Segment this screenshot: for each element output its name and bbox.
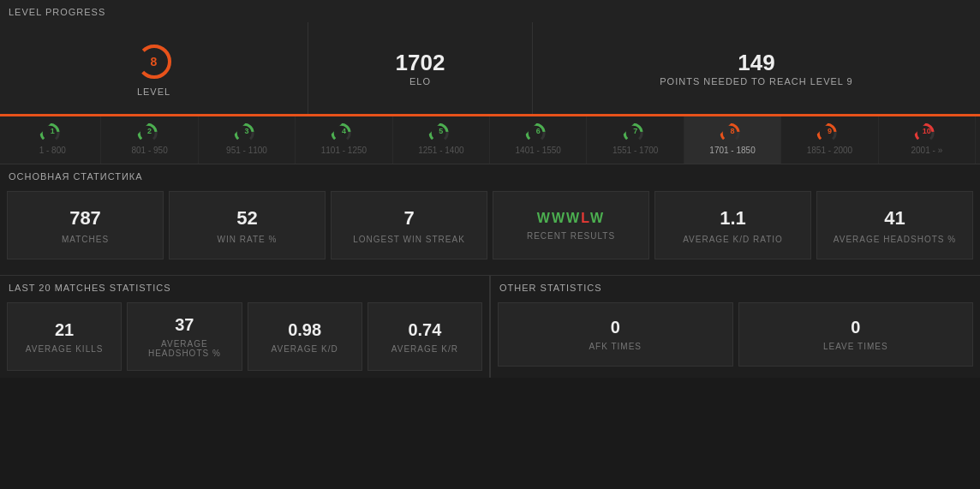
stat-label-1: WIN RATE % xyxy=(218,235,278,244)
recent-results-label: RECENT RESULTS xyxy=(527,231,615,241)
stat-label-4: AVERAGE K/D RATIO xyxy=(683,235,783,244)
other-label-0: AFK TIMES xyxy=(589,342,642,351)
other-stats-section: OTHER STATISTICS 0 AFK TIMES 0 LEAVE TIM… xyxy=(491,276,980,378)
bottom-section: LAST 20 MATCHES STATISTICS 21 AVERAGE KI… xyxy=(0,276,980,378)
level-indicator-10[interactable]: 10 2001 - » xyxy=(879,116,976,164)
level-number: 8 xyxy=(151,55,158,69)
last20-label-2: AVERAGE K/D xyxy=(272,344,338,354)
stat-value-0: 787 xyxy=(69,207,101,230)
level-indicator-5[interactable]: 5 1251 - 1400 xyxy=(393,116,490,164)
level-top-row: 8 LEVEL 1702 ELO 149 POINTS NEEDED TO RE… xyxy=(0,22,980,116)
last20-value-0: 21 xyxy=(55,320,74,340)
other-label-1: LEAVE TIMES xyxy=(823,342,888,351)
other-stats-title: OTHER STATISTICS xyxy=(491,276,980,298)
elo-label: ELO xyxy=(409,76,431,86)
other-value-0: 0 xyxy=(611,318,620,337)
level-indicator-2[interactable]: 2 801 - 950 xyxy=(101,116,198,164)
points-label: POINTS NEEDED TO REACH LEVEL 9 xyxy=(660,76,852,86)
main-stat-card-2: 7 LONGEST WIN STREAK xyxy=(331,191,487,259)
level-gauge: 8 xyxy=(133,40,176,83)
last20-title: LAST 20 MATCHES STATISTICS xyxy=(0,276,489,298)
last20-label-3: AVERAGE K/R xyxy=(391,344,458,354)
level-indicator-4[interactable]: 4 1101 - 1250 xyxy=(296,116,392,164)
level-progress-title: LEVEL PROGRESS xyxy=(0,0,980,22)
other-stat-card-1: 0 LEAVE TIMES xyxy=(738,302,974,367)
level-indicator-8[interactable]: 8 1701 - 1850 xyxy=(684,116,781,164)
main-stat-card-0: 787 MATCHES xyxy=(7,191,164,259)
last20-label-1: AVERAGE HEADSHOTS % xyxy=(136,339,232,358)
level-indicators-row: 1 1 - 800 2 801 - 950 3 951 - 1100 xyxy=(0,116,980,164)
last20-stat-card-0: 21 AVERAGE KILLS xyxy=(7,302,122,371)
elo-value: 1702 xyxy=(396,50,445,76)
level-indicator-1[interactable]: 1 1 - 800 xyxy=(4,116,101,164)
level-progress-section: LEVEL PROGRESS 8 LEVEL 1702 ELO 149 POIN… xyxy=(0,0,980,164)
last20-value-1: 37 xyxy=(175,315,194,335)
main-stats-section: ОСНОВНАЯ СТАТИСТИКА 787 MATCHES 52 WIN R… xyxy=(0,164,980,276)
stat-value-4: 1.1 xyxy=(720,207,746,230)
last20-value-3: 0.74 xyxy=(408,320,441,340)
level-box: 8 LEVEL xyxy=(0,22,308,114)
main-stats-title: ОСНОВНАЯ СТАТИСТИКА xyxy=(0,164,980,187)
last20-stats-grid: 21 AVERAGE KILLS 37 AVERAGE HEADSHOTS % … xyxy=(0,298,489,378)
points-value: 149 xyxy=(738,50,774,76)
main-stats-grid: 787 MATCHES 52 WIN RATE % 7 LONGEST WIN … xyxy=(0,187,980,266)
main-stat-card-5: 41 AVERAGE HEADSHOTS % xyxy=(816,191,973,259)
last20-stat-card-1: 37 AVERAGE HEADSHOTS % xyxy=(127,302,242,371)
points-needed-box: 149 POINTS NEEDED TO REACH LEVEL 9 xyxy=(533,22,980,114)
other-value-1: 0 xyxy=(851,318,860,337)
last20-value-2: 0.98 xyxy=(288,320,321,340)
other-stats-grid: 0 AFK TIMES 0 LEAVE TIMES xyxy=(491,298,980,373)
stat-label-0: MATCHES xyxy=(62,235,109,244)
stat-value-1: 52 xyxy=(236,207,257,230)
last20-label-0: AVERAGE KILLS xyxy=(26,344,104,354)
level-indicator-9[interactable]: 9 1851 - 2000 xyxy=(781,116,878,164)
stat-value-5: 41 xyxy=(884,207,905,230)
level-indicator-6[interactable]: 6 1401 - 1550 xyxy=(490,116,587,164)
stat-value-2: 7 xyxy=(403,207,414,230)
main-stat-card-3: WWWLWRECENT RESULTS xyxy=(493,191,649,259)
main-stat-card-4: 1.1 AVERAGE K/D RATIO xyxy=(654,191,811,259)
other-stat-card-0: 0 AFK TIMES xyxy=(498,302,733,367)
stat-label-5: AVERAGE HEADSHOTS % xyxy=(834,235,956,244)
recent-results: WWWLW xyxy=(537,211,605,226)
main-stat-card-1: 52 WIN RATE % xyxy=(169,191,326,259)
last20-stat-card-2: 0.98 AVERAGE K/D xyxy=(248,302,362,371)
stat-label-2: LONGEST WIN STREAK xyxy=(353,235,465,244)
level-indicator-7[interactable]: 7 1551 - 1700 xyxy=(587,116,684,164)
elo-box: 1702 ELO xyxy=(308,22,533,114)
level-indicator-3[interactable]: 3 951 - 1100 xyxy=(199,116,296,164)
last20-section: LAST 20 MATCHES STATISTICS 21 AVERAGE KI… xyxy=(0,276,491,378)
last20-stat-card-3: 0.74 AVERAGE K/R xyxy=(368,302,482,371)
